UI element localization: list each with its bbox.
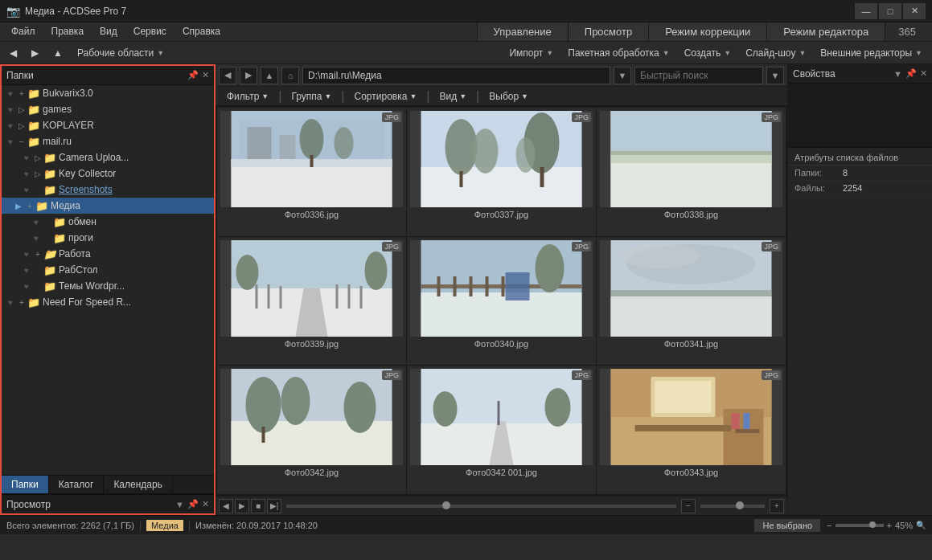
tab-calendar[interactable]: Календарь — [104, 476, 173, 493]
tab-editor[interactable]: Режим редактора — [766, 22, 885, 41]
batch-button[interactable]: Пакетная обработка ▼ — [561, 44, 675, 62]
scroll-stop-btn[interactable]: ■ — [251, 499, 265, 513]
tree-item-screenshots[interactable]: ♥ 📁 Screenshots — [2, 182, 214, 198]
zoom-plus-icon[interactable]: + — [887, 521, 892, 530]
preview-pin-icon[interactable]: ▼ — [175, 500, 184, 509]
menu-service[interactable]: Сервис — [125, 24, 174, 40]
sort-button[interactable]: Сортировка ▼ — [348, 88, 424, 104]
scroll-play-btn[interactable]: ▶ — [235, 499, 249, 513]
tab-folders[interactable]: Папки — [2, 476, 49, 493]
folder-icon: 📁 — [53, 232, 66, 244]
zoom-slider[interactable] — [700, 505, 765, 508]
tree-item-mailru[interactable]: ♥ − 📁 mail.ru — [2, 133, 214, 149]
preview-close-icon[interactable]: ✕ — [202, 499, 209, 509]
search-input[interactable] — [634, 67, 763, 84]
thumbnail-item[interactable]: JPG — [217, 237, 406, 366]
svg-rect-39 — [486, 276, 489, 296]
pin-icon[interactable]: 📌 — [187, 70, 199, 80]
zoom-minus-icon[interactable]: − — [827, 521, 831, 530]
filter-button[interactable]: Фильтр ▼ — [220, 88, 275, 104]
menu-help[interactable]: Справка — [174, 24, 228, 40]
panel-close-icon[interactable]: ✕ — [202, 70, 209, 80]
props-dropdown-icon[interactable]: ▼ — [893, 69, 902, 79]
props-files-row: Файлы: 2254 — [788, 181, 932, 196]
folder-icon: 📁 — [43, 152, 56, 164]
select-button[interactable]: Выбор ▼ — [482, 88, 535, 104]
nav-up-btn[interactable]: ▲ — [261, 67, 278, 84]
scroll-right-btn[interactable]: ▶| — [267, 499, 281, 513]
tree-item-obmen[interactable]: ♥ 📁 обмен — [2, 214, 214, 230]
tree-item-koplayer[interactable]: ♥ ▷ 📁 KOPLAYER — [2, 117, 214, 133]
maximize-button[interactable]: □ — [879, 3, 901, 19]
tree-item-media[interactable]: ▶ + 📁 Медиа — [2, 198, 214, 214]
folder-icon: 📁 — [53, 216, 66, 228]
svg-point-7 — [335, 127, 354, 159]
tree-item-progi[interactable]: ♥ 📁 проги — [2, 230, 214, 246]
current-folder-badge: Медиа — [146, 520, 183, 531]
slideshow-button[interactable]: Слайд-шоу ▼ — [739, 44, 812, 62]
search-dropdown-icon[interactable]: ▼ — [766, 67, 784, 84]
tree-item-rabstol[interactable]: ♥ 📁 РабСтол — [2, 262, 214, 278]
path-dropdown-icon[interactable]: ▼ — [614, 67, 631, 84]
nav-up-button[interactable]: ▲ — [47, 44, 69, 62]
menu-file[interactable]: Файл — [3, 24, 43, 40]
thumbnail-item[interactable]: JPG Фото0342.jpg — [217, 366, 406, 494]
menu-view[interactable]: Вид — [92, 24, 125, 40]
tree-item-key-collector[interactable]: ♥ ▷ 📁 Key Collector — [2, 166, 214, 182]
selection-status: Не выбрано — [754, 519, 820, 532]
tab-correct[interactable]: Режим коррекции — [648, 22, 766, 41]
tree-item-temy[interactable]: ♥ 📁 Темы Wordpr... — [2, 278, 214, 294]
thumbnail-item[interactable]: JPG — [407, 237, 596, 366]
minimize-button[interactable]: — — [855, 3, 877, 19]
path-input[interactable] — [302, 67, 610, 84]
thumbnail-item[interactable]: JPG — [597, 366, 786, 494]
thumbnail-item[interactable]: JPG Фото0342 001.jpg — [407, 366, 596, 494]
nav-home-btn[interactable]: ⌂ — [281, 67, 299, 84]
import-button[interactable]: Импорт ▼ — [503, 44, 560, 62]
tree-item-rabota[interactable]: ♥ + 📁 Работа — [2, 246, 214, 262]
preview-dock-icon[interactable]: 📌 — [187, 499, 199, 509]
svg-rect-15 — [460, 171, 463, 187]
svg-rect-63 — [655, 381, 712, 413]
menu-edit[interactable]: Правка — [43, 24, 92, 40]
tree-item-games[interactable]: ♥ ▷ 📁 games — [2, 101, 214, 117]
zoom-plus-btn[interactable]: + — [770, 499, 784, 513]
create-button[interactable]: Создать ▼ — [678, 44, 738, 62]
folders-panel-title: Папки — [6, 70, 34, 81]
thumbnail-item[interactable]: JPG Фото0341.jpg — [597, 237, 786, 366]
folder-label: Screenshots — [59, 184, 113, 195]
scroll-slider[interactable] — [286, 505, 676, 508]
close-button[interactable]: ✕ — [903, 3, 926, 19]
tab-catalog[interactable]: Каталог — [49, 476, 105, 493]
props-close-icon[interactable]: ✕ — [920, 68, 927, 79]
tab-view[interactable]: Просмотр — [568, 22, 648, 41]
zoom-minus-btn[interactable]: − — [681, 499, 696, 513]
tree-item-nfs[interactable]: ♥ + 📁 Need For Speed R... — [2, 294, 214, 310]
zoom-icon: 🔍 — [916, 521, 926, 529]
thumbnail-item[interactable]: JPG Фото0337.jpg — [407, 108, 596, 236]
props-pin-icon[interactable]: 📌 — [905, 68, 917, 79]
scroll-left-btn[interactable]: ◀ — [219, 499, 233, 513]
thumbnail-image — [220, 240, 403, 337]
svg-rect-8 — [310, 155, 314, 167]
tree-item-camera[interactable]: ♥ ▷ 📁 Camera Uploa... — [2, 149, 214, 166]
workspace-button[interactable]: Рабочие области ▼ — [71, 44, 170, 62]
svg-point-58 — [433, 391, 458, 427]
tree-item-bukvarix[interactable]: ♥ + 📁 Bukvarix3.0 — [2, 85, 214, 101]
thumbnail-item[interactable]: JPG Фото0336.jpg — [217, 108, 406, 236]
nav-forward-btn[interactable]: ▶ — [240, 67, 257, 84]
nav-back-btn[interactable]: ◀ — [219, 67, 236, 84]
folder-icon: 📁 — [43, 248, 56, 260]
tab-manage[interactable]: Управление — [477, 22, 568, 41]
filename-label: Фото0340.jpg — [474, 339, 528, 349]
nav-forward-button[interactable]: ▶ — [25, 44, 45, 62]
view-button[interactable]: Вид ▼ — [433, 88, 473, 104]
svg-point-11 — [445, 119, 478, 175]
tab-365[interactable]: 365 — [885, 22, 929, 41]
group-button[interactable]: Группа ▼ — [285, 88, 338, 104]
external-editors-button[interactable]: Внешние редакторы ▼ — [814, 44, 929, 62]
thumbnail-item[interactable]: JPG Фото0338.jpg — [597, 108, 786, 236]
nav-back-button[interactable]: ◀ — [3, 44, 23, 62]
zoom-slider-bar[interactable] — [836, 524, 884, 527]
main-layout: Папки 📌 ✕ ♥ + 📁 Bukvarix3.0 ♥ ▷ 📁 games — [0, 64, 932, 515]
